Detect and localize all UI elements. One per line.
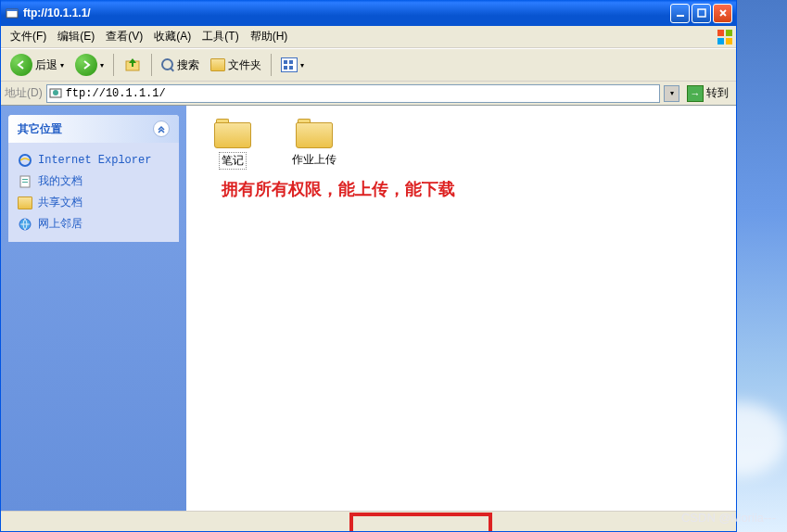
panel-body: Internet Explorer 我的文档 共享文档 网上邻居	[8, 143, 179, 242]
forward-button[interactable]: ▾	[71, 52, 108, 78]
search-button[interactable]: 搜索	[158, 56, 203, 75]
folders-label: 文件夹	[228, 57, 261, 73]
forward-dropdown-icon: ▾	[100, 61, 104, 70]
folder-icon	[214, 117, 251, 148]
search-icon	[161, 58, 174, 71]
folder-icon	[296, 117, 333, 148]
sidebar-link-label: 网上邻居	[38, 216, 83, 232]
folder-item[interactable]: 作业上传	[285, 117, 344, 170]
minimize-button[interactable]	[670, 4, 690, 23]
ie-icon	[18, 153, 32, 168]
folders-button[interactable]: 文件夹	[207, 56, 265, 75]
titlebar[interactable]: ftp://10.1.1.1/	[1, 0, 736, 26]
toolbar-separator	[271, 54, 272, 76]
watermark: CSDN @Moriia---	[681, 511, 776, 525]
go-label: 转到	[706, 85, 729, 101]
panel-header[interactable]: 其它位置	[8, 115, 179, 143]
folder-item[interactable]: 笔记	[203, 117, 262, 170]
sidebar-link-label: 我的文档	[38, 173, 83, 189]
content-area: 其它位置 Internet Explorer 我的文档	[1, 106, 736, 511]
menubar: 文件(F) 编辑(E) 查看(V) 收藏(A) 工具(T) 帮助(H)	[1, 26, 736, 48]
window-title: ftp://10.1.1.1/	[23, 6, 670, 19]
menu-favorites[interactable]: 收藏(A)	[148, 27, 197, 46]
views-icon	[281, 57, 298, 72]
maximize-button[interactable]	[692, 4, 711, 23]
go-arrow-icon: →	[687, 85, 704, 102]
svg-rect-2	[677, 15, 684, 17]
svg-rect-6	[717, 38, 724, 44]
address-icon	[49, 86, 64, 101]
svg-point-10	[53, 90, 58, 95]
addressbar: 地址(D) ▾ → 转到	[1, 82, 736, 106]
up-button[interactable]	[120, 53, 146, 78]
annotation-text: 拥有所有权限，能上传，能下载	[222, 178, 455, 200]
mydocs-icon	[18, 174, 32, 189]
folder-label: 作业上传	[290, 152, 338, 168]
back-dropdown-icon: ▾	[60, 61, 64, 70]
sidebar: 其它位置 Internet Explorer 我的文档	[1, 106, 186, 511]
views-dropdown-icon: ▾	[300, 61, 304, 70]
menu-help[interactable]: 帮助(H)	[245, 27, 294, 46]
back-icon	[10, 54, 32, 76]
address-label: 地址(D)	[5, 85, 43, 101]
shared-icon	[18, 196, 32, 210]
svg-rect-7	[726, 38, 732, 44]
address-input-wrap[interactable]	[46, 84, 660, 103]
menu-tools[interactable]: 工具(T)	[197, 27, 244, 46]
network-icon	[18, 217, 32, 232]
svg-rect-4	[717, 30, 724, 36]
toolbar: 后退 ▾ ▾ 搜索 文件夹 ▾	[1, 48, 736, 82]
toolbar-separator	[151, 54, 152, 76]
toolbar-separator	[113, 54, 114, 76]
views-button[interactable]: ▾	[277, 56, 308, 74]
sidebar-link-shared[interactable]: 共享文档	[18, 192, 170, 213]
file-pane[interactable]: 笔记 作业上传 拥有所有权限，能上传，能下载	[186, 106, 736, 511]
annotation-red-box	[349, 513, 492, 531]
menu-file[interactable]: 文件(F)	[5, 27, 52, 46]
window-icon	[5, 6, 19, 20]
windows-flag-icon	[716, 28, 734, 46]
address-dropdown[interactable]: ▾	[664, 85, 679, 102]
other-places-panel: 其它位置 Internet Explorer 我的文档	[8, 115, 179, 242]
sidebar-link-ie[interactable]: Internet Explorer	[18, 150, 170, 171]
sidebar-link-label: 共享文档	[38, 195, 83, 210]
svg-rect-14	[22, 182, 28, 183]
explorer-window: ftp://10.1.1.1/ 文件(F) 编辑(E) 查看(V) 收藏(A) …	[0, 0, 737, 532]
menu-view[interactable]: 查看(V)	[100, 27, 148, 46]
svg-rect-3	[698, 9, 705, 17]
folders-row: 笔记 作业上传	[203, 117, 719, 170]
sidebar-link-label: Internet Explorer	[38, 154, 151, 167]
window-buttons	[670, 4, 732, 23]
forward-icon	[75, 54, 97, 76]
back-button[interactable]: 后退 ▾	[6, 52, 68, 78]
folder-label: 笔记	[219, 152, 247, 170]
search-label: 搜索	[177, 57, 199, 73]
menu-edit[interactable]: 编辑(E)	[52, 27, 100, 46]
svg-rect-5	[726, 30, 732, 36]
sidebar-link-network[interactable]: 网上邻居	[18, 213, 170, 234]
close-button[interactable]	[713, 4, 732, 23]
up-folder-icon	[123, 55, 142, 76]
back-label: 后退	[35, 57, 57, 73]
panel-title: 其它位置	[18, 121, 62, 137]
folder-icon	[210, 58, 225, 71]
sidebar-link-mydocs[interactable]: 我的文档	[18, 171, 170, 192]
svg-rect-1	[6, 9, 18, 11]
address-input[interactable]	[66, 87, 657, 100]
go-button[interactable]: → 转到	[683, 84, 732, 103]
svg-rect-13	[22, 179, 28, 180]
collapse-icon[interactable]	[153, 120, 170, 137]
